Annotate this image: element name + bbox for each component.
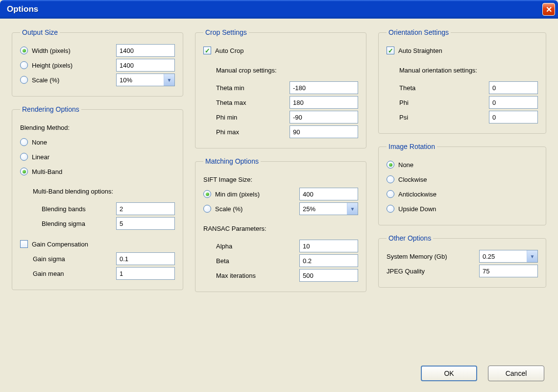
phi-min-label: Phi min	[216, 114, 286, 121]
jpeg-input[interactable]	[479, 265, 538, 277]
gain-mean-input[interactable]	[116, 267, 175, 280]
rendering-legend: Rendering Options	[20, 105, 81, 113]
blend-none-radio[interactable]	[20, 138, 28, 146]
blending-sigma-input[interactable]	[116, 217, 175, 230]
beta-input[interactable]	[299, 254, 358, 267]
blend-linear-label: Linear	[32, 153, 175, 161]
manual-crop-label: Manual crop settings:	[216, 67, 358, 74]
blend-multiband-radio[interactable]	[20, 168, 28, 175]
auto-crop-checkbox[interactable]	[203, 47, 211, 54]
output-size-legend: Output Size	[20, 28, 60, 36]
theta-max-input[interactable]	[290, 96, 358, 109]
width-radio[interactable]	[20, 47, 28, 54]
auto-straighten-label: Auto Straighten	[398, 47, 538, 54]
width-label: Width (pixels)	[32, 47, 112, 54]
matching-group: Matching Options SIFT Image Size: Min di…	[195, 157, 366, 292]
min-dim-label: Min dim (pixels)	[215, 191, 295, 198]
rot-cw-radio[interactable]	[387, 175, 394, 183]
gain-sigma-label: Gain sigma	[33, 255, 112, 263]
alpha-label: Alpha	[216, 243, 295, 250]
crop-group: Crop Settings Auto Crop Manual crop sett…	[195, 28, 366, 148]
theta-input[interactable]	[489, 81, 538, 94]
phi-input[interactable]	[489, 96, 538, 109]
phi-max-label: Phi max	[216, 128, 286, 136]
close-icon: ✕	[546, 5, 552, 14]
rot-none-radio[interactable]	[387, 161, 394, 169]
gain-sigma-input[interactable]	[116, 252, 175, 265]
blend-multiband-label: Multi-Band	[32, 168, 175, 175]
scale-label: Scale (%)	[32, 76, 112, 84]
chevron-down-icon: ▼	[527, 250, 537, 262]
chevron-down-icon: ▼	[347, 203, 358, 215]
sift-scale-radio[interactable]	[203, 205, 211, 213]
dialog-buttons: OK Cancel	[421, 366, 544, 381]
orientation-group: Orientation Settings Auto Straighten Man…	[378, 28, 546, 134]
psi-label: Psi	[399, 114, 485, 121]
cancel-button[interactable]: Cancel	[488, 366, 544, 381]
scale-value: 10%	[120, 76, 132, 84]
rotation-group: Image Rotation None Clockwise Anticlockw…	[378, 143, 546, 225]
mb-options-label: Multi-Band blending options:	[33, 188, 175, 195]
auto-crop-label: Auto Crop	[215, 47, 358, 54]
auto-straighten-checkbox[interactable]	[387, 47, 394, 54]
min-dim-radio[interactable]	[203, 190, 211, 198]
ok-button[interactable]: OK	[421, 366, 477, 381]
scale-radio[interactable]	[20, 76, 28, 84]
jpeg-label: JPEG Quality	[387, 268, 475, 275]
rot-acw-label: Anticlockwise	[398, 191, 538, 198]
chevron-down-icon: ▼	[164, 74, 174, 86]
blending-sigma-label: Blending sigma	[42, 220, 112, 227]
sift-scale-value: 25%	[303, 205, 315, 213]
theta-min-input[interactable]	[290, 81, 358, 94]
theta-label: Theta	[399, 84, 485, 92]
rot-acw-radio[interactable]	[387, 190, 394, 198]
matching-legend: Matching Options	[203, 157, 261, 165]
rendering-group: Rendering Options Blending Method: None …	[12, 105, 183, 290]
rot-cw-label: Clockwise	[398, 176, 538, 183]
phi-min-input[interactable]	[290, 111, 358, 123]
sysmem-combo[interactable]: 0.25 ▼	[479, 250, 538, 263]
sift-scale-combo[interactable]: 25% ▼	[299, 202, 358, 215]
theta-max-label: Theta max	[216, 99, 286, 106]
ransac-label: RANSAC Parameters:	[203, 225, 358, 232]
theta-min-label: Theta min	[216, 84, 286, 92]
phi-max-input[interactable]	[290, 125, 358, 138]
beta-label: Beta	[216, 257, 295, 265]
titlebar: Options ✕	[0, 0, 558, 19]
close-button[interactable]: ✕	[542, 3, 555, 16]
sysmem-label: System Memory (Gb)	[387, 253, 475, 260]
gain-comp-label: Gain Compensation	[32, 241, 175, 248]
alpha-input[interactable]	[299, 240, 358, 252]
window-title: Options	[7, 4, 38, 14]
height-input[interactable]	[116, 59, 175, 72]
rotation-legend: Image Rotation	[387, 143, 437, 150]
height-radio[interactable]	[20, 61, 28, 69]
blending-bands-label: Blending bands	[42, 205, 112, 213]
gain-mean-label: Gain mean	[33, 270, 112, 277]
height-label: Height (pixels)	[32, 62, 112, 69]
rot-ud-label: Upside Down	[398, 205, 538, 213]
sysmem-value: 0.25	[483, 253, 495, 260]
sift-scale-label: Scale (%)	[215, 205, 295, 213]
dialog-body: Output Size Width (pixels) Height (pixel…	[0, 19, 558, 309]
other-group: Other Options System Memory (Gb) 0.25 ▼ …	[378, 234, 546, 288]
blending-bands-input[interactable]	[116, 202, 175, 215]
gain-comp-checkbox[interactable]	[20, 240, 28, 248]
rot-ud-radio[interactable]	[387, 205, 394, 213]
crop-legend: Crop Settings	[203, 28, 249, 36]
scale-combo[interactable]: 10% ▼	[116, 74, 175, 86]
manual-orient-label: Manual orientation settings:	[399, 67, 538, 74]
rot-none-label: None	[398, 161, 538, 169]
max-iter-label: Max iterations	[216, 272, 295, 279]
max-iter-input[interactable]	[299, 269, 358, 282]
min-dim-input[interactable]	[299, 188, 358, 200]
blending-method-label: Blending Method:	[20, 124, 175, 131]
output-size-group: Output Size Width (pixels) Height (pixel…	[12, 28, 183, 97]
psi-input[interactable]	[489, 111, 538, 123]
sift-label: SIFT Image Size:	[203, 176, 358, 183]
other-legend: Other Options	[387, 234, 433, 242]
blend-linear-radio[interactable]	[20, 153, 28, 161]
orientation-legend: Orientation Settings	[387, 28, 451, 36]
width-input[interactable]	[116, 44, 175, 57]
blend-none-label: None	[32, 139, 175, 146]
